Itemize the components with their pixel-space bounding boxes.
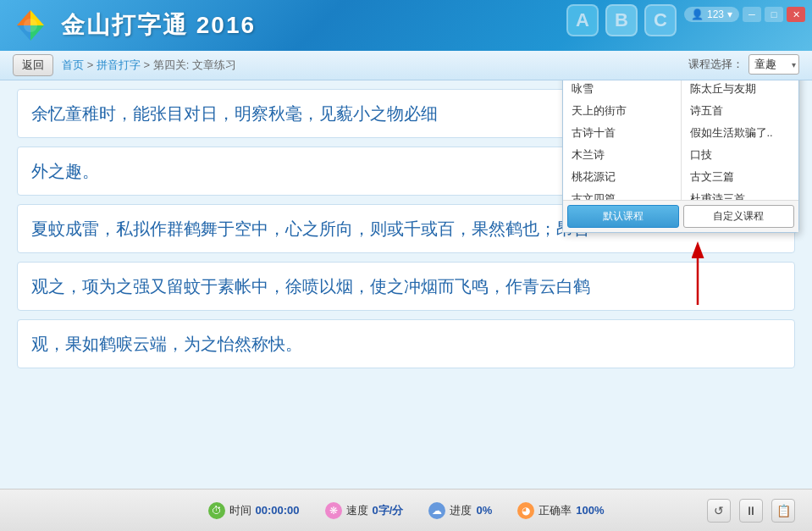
window-controls: 👤 123 ▾ ─ □ ✕ [684, 7, 805, 22]
app-title: 金山打字通 2016 [61, 9, 256, 41]
breadcrumb-home[interactable]: 首页 [62, 58, 84, 71]
accuracy-status: ◕ 正确率 100% [517, 502, 604, 519]
course-item-jiaru[interactable]: 假如生活欺骗了.. [682, 122, 799, 144]
dropdown-col-left: 童趣 金色花 咏雪 天上的街市 古诗十首 木兰诗 桃花源记 古文四篇 [563, 80, 682, 200]
time-value: 00:00:00 [256, 504, 300, 517]
dropdown-col-right: 春 荷叶母亲 陈太丘与友期 诗五首 假如生活欺骗了.. 口技 古文三篇 杜甫诗三… [682, 80, 799, 200]
breadcrumb-sep2: > [143, 58, 152, 71]
course-item-shi5[interactable]: 诗五首 [682, 100, 799, 122]
course-item-taohua[interactable]: 桃花源记 [563, 166, 681, 188]
user-info: 👤 123 ▾ [684, 7, 739, 22]
playback-controls: ↺ ⏸ 📋 [707, 499, 795, 523]
username: 123 [707, 8, 724, 20]
course-item-guwen4[interactable]: 古文四篇 [563, 188, 681, 200]
accuracy-value: 100% [576, 504, 604, 517]
course-item-gushi10[interactable]: 古诗十首 [563, 122, 681, 144]
speed-icon: ❋ [325, 502, 342, 519]
maximize-button[interactable]: □ [765, 7, 783, 22]
time-status: ⏱ 时间 00:00:00 [208, 502, 300, 519]
course-item-yongxue[interactable]: 咏雪 [563, 80, 681, 100]
time-icon: ⏱ [208, 502, 225, 519]
course-selector: 课程选择： 童趣 ▾ [688, 54, 799, 75]
course-label: 课程选择： [688, 57, 743, 72]
progress-value: 0% [476, 504, 492, 517]
course-item-guwen3[interactable]: 古文三篇 [682, 166, 799, 188]
breadcrumb-sep1: > [87, 58, 97, 71]
main-content: 余忆童稚时，能张目对日，明察秋毫，见藐小之物必细 外之趣。 夏蚊成雷，私拟作群鹤… [0, 80, 812, 489]
breadcrumb-current: 第四关: 文章练习 [153, 58, 236, 71]
abc-a: A [566, 4, 599, 36]
nav-bar: 返回 首页 > 拼音打字 > 第四关: 文章练习 课程选择： 童趣 ▾ [0, 51, 812, 80]
course-item-tianshang[interactable]: 天上的街市 [563, 100, 681, 122]
breadcrumb-pinyin[interactable]: 拼音打字 [97, 58, 141, 71]
pause-button[interactable]: ⏸ [739, 499, 763, 523]
progress-icon: ☁ [428, 502, 445, 519]
abc-decoration: A B C [566, 4, 677, 36]
breadcrumb: 首页 > 拼音打字 > 第四关: 文章练习 [62, 58, 236, 73]
course-item-mulanshi[interactable]: 木兰诗 [563, 144, 681, 166]
abc-c: C [644, 4, 677, 36]
course-item-dufu[interactable]: 杜甫诗三首 [682, 188, 799, 200]
progress-label: 进度 [450, 503, 472, 518]
back-button[interactable]: 返回 [13, 54, 53, 76]
speed-value: 0字/分 [373, 503, 404, 518]
app-logo [8, 3, 52, 47]
restart-button[interactable]: ↺ [707, 499, 731, 523]
accuracy-icon: ◕ [517, 502, 534, 519]
speed-label: 速度 [346, 503, 368, 518]
progress-status: ☁ 进度 0% [428, 502, 492, 519]
accuracy-label: 正确率 [539, 503, 572, 518]
course-select-text: 童趣 [754, 58, 776, 70]
abc-b: B [605, 4, 638, 36]
paragraph-5: 观，果如鹤唳云端，为之怡然称快。 [17, 319, 795, 368]
report-button[interactable]: 📋 [771, 499, 795, 523]
dropdown-arrow-icon: ▾ [792, 60, 796, 69]
course-item-kouji[interactable]: 口技 [682, 144, 799, 166]
speed-status: ❋ 速度 0字/分 [325, 502, 404, 519]
custom-course-btn[interactable]: 自定义课程 [683, 205, 795, 228]
default-course-btn[interactable]: 默认课程 [567, 205, 679, 228]
status-bar: ⏱ 时间 00:00:00 ❋ 速度 0字/分 ☁ 进度 0% ◕ 正确率 10… [0, 489, 812, 531]
svg-point-1 [24, 19, 37, 32]
paragraph-4: 观之，项为之强又留蚊于素帐中，徐喷以烟，使之冲烟而飞鸣，作青云白鹤 [17, 262, 795, 311]
time-label: 时间 [229, 503, 251, 518]
course-dropdown-menu[interactable]: + 添加 ▾ 童趣 金色花 咏雪 天上的街市 古诗十首 木兰诗 桃花源记 古文四… [562, 80, 799, 233]
dropdown-columns: 童趣 金色花 咏雪 天上的街市 古诗十首 木兰诗 桃花源记 古文四篇 春 荷叶母… [563, 80, 798, 200]
minimize-button[interactable]: ─ [743, 7, 761, 22]
dropdown-footer: 默认课程 自定义课程 [563, 200, 798, 232]
course-select-dropdown[interactable]: 童趣 ▾ [748, 54, 799, 75]
course-item-chentaiqiu[interactable]: 陈太丘与友期 [682, 80, 799, 100]
close-button[interactable]: ✕ [787, 7, 805, 22]
title-bar: 金山打字通 2016 A B C 👤 123 ▾ ─ □ ✕ [0, 0, 812, 51]
